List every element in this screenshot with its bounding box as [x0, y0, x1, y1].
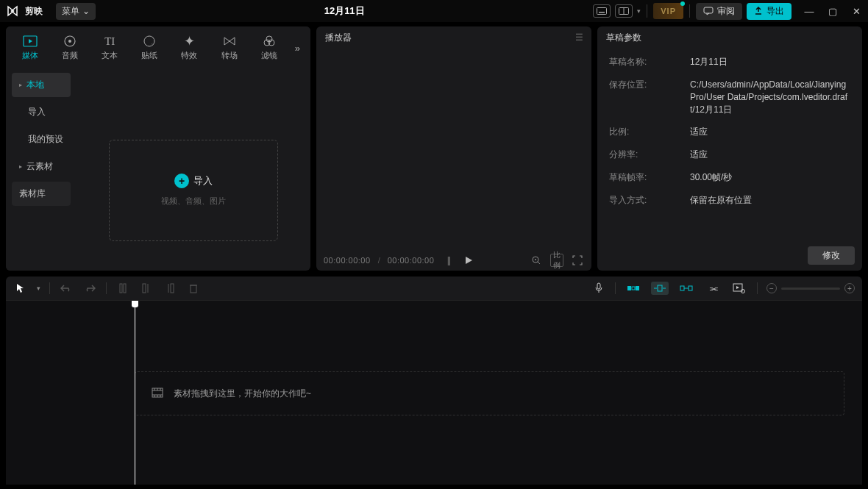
import-drop-area[interactable]: + 导入 视频、音频、图片 [77, 65, 310, 271]
tab-sticker[interactable]: 贴纸 [129, 31, 169, 65]
sidebar-item-label: 本地 [26, 79, 44, 91]
svg-rect-30 [680, 286, 684, 290]
zoom-out-button[interactable]: − [766, 283, 777, 293]
export-icon [754, 7, 763, 15]
export-button[interactable]: 导出 [747, 3, 791, 20]
svg-rect-4 [704, 7, 713, 13]
review-button[interactable]: 审阅 [696, 3, 742, 20]
sidebar-item-label: 素材库 [19, 188, 46, 200]
close-button[interactable]: ✕ [850, 5, 862, 17]
chevron-down-icon[interactable]: ▾ [37, 285, 40, 292]
minimize-button[interactable]: — [803, 5, 815, 17]
aspect-ratio-button[interactable]: 比例 [550, 254, 563, 267]
play-button[interactable] [462, 254, 475, 267]
param-value: 30.00帧/秒 [690, 171, 850, 184]
pointer-tool[interactable] [13, 281, 28, 296]
vip-label: VIP [661, 7, 676, 15]
svg-point-8 [144, 36, 154, 46]
param-label: 草稿帧率: [609, 171, 690, 184]
tab-transition[interactable]: 转场 [210, 31, 249, 65]
divider [106, 282, 107, 294]
cut-right-tool[interactable] [163, 281, 177, 296]
zoom-in-button[interactable]: + [844, 283, 855, 293]
split-tool[interactable] [115, 281, 130, 296]
tab-audio[interactable]: 音频 [50, 31, 90, 65]
player-viewport[interactable] [316, 49, 591, 250]
filter-icon [262, 34, 277, 49]
timeline-body[interactable]: 素材拖拽到这里，开始你的大作吧~ [6, 300, 862, 485]
undo-button[interactable] [59, 281, 74, 296]
chevron-down-icon[interactable]: ▾ [637, 7, 641, 15]
sidebar-item-library[interactable]: 素材库 [12, 182, 71, 206]
cut-left-tool[interactable] [139, 281, 154, 296]
titlebar-right: ▾ VIP 审阅 导出 — ▢ ✕ [593, 3, 862, 20]
link-tool[interactable]: ⫘ [704, 282, 722, 295]
volume-icon[interactable]: ||| [441, 254, 455, 267]
app-name: 剪映 [25, 5, 43, 18]
keyboard-icon[interactable] [593, 4, 611, 18]
timecode-total: 00:00:00:00 [388, 256, 435, 265]
main-menu-button[interactable]: 菜单 ⌄ [56, 3, 96, 20]
chat-icon [703, 7, 714, 15]
magnet-tool-3[interactable] [677, 282, 695, 295]
empty-track-dropzone[interactable]: 素材拖拽到这里，开始你的大作吧~ [135, 371, 844, 415]
tab-label: 滤镜 [261, 50, 277, 61]
tab-effect[interactable]: ✦ 特效 [169, 31, 209, 65]
fullscreen-icon[interactable] [571, 254, 584, 267]
app-logo-icon [6, 4, 19, 18]
magnet-tool-2[interactable] [651, 282, 669, 295]
tab-label: 媒体 [22, 50, 38, 61]
import-dropzone[interactable]: + 导入 视频、音频、图片 [109, 140, 278, 241]
maximize-button[interactable]: ▢ [827, 5, 839, 17]
param-value: 保留在原有位置 [690, 194, 850, 207]
transition-icon [222, 34, 237, 49]
sidebar-item-label: 云素材 [26, 160, 53, 173]
text-icon: TI [102, 34, 117, 49]
divider [647, 4, 647, 18]
playhead[interactable] [135, 301, 135, 485]
svg-rect-21 [191, 285, 196, 293]
modify-button[interactable]: 修改 [808, 246, 855, 265]
tab-media[interactable]: 媒体 [10, 31, 50, 65]
tab-label: 转场 [221, 50, 238, 61]
tab-label: 特效 [181, 50, 197, 61]
param-row-name: 草稿名称: 12月11日 [609, 56, 850, 68]
sidebar-item-import[interactable]: 导入 [12, 100, 71, 124]
player-panel: 播放器 ☰ 00:00:00:00 / 00:00:00:00 ||| 比例 [316, 26, 591, 271]
redo-button[interactable] [82, 281, 97, 296]
timeline-gutter [6, 301, 135, 485]
svg-rect-31 [689, 286, 692, 290]
sidebar-item-local[interactable]: 本地 [12, 73, 71, 97]
timeline-tracks[interactable]: 素材拖拽到这里，开始你的大作吧~ [135, 301, 862, 485]
magnet-tool-1[interactable] [625, 282, 642, 295]
preview-tool[interactable] [730, 282, 748, 295]
sidebar-item-cloud[interactable]: 云素材 [12, 154, 71, 179]
sidebar-item-label: 导入 [28, 106, 46, 118]
import-button[interactable]: + 导入 [174, 174, 213, 188]
vip-badge[interactable]: VIP [653, 3, 683, 19]
sidebar-item-presets[interactable]: 我的预设 [12, 127, 71, 151]
menu-label: 菜单 [62, 5, 79, 18]
param-row-import-mode: 导入方式: 保留在原有位置 [609, 194, 850, 207]
timeline-panel: ▾ ⫘ − + 素材拖拽到这里，开始你的 [6, 276, 862, 485]
delete-tool[interactable] [186, 281, 201, 296]
tab-filter[interactable]: 滤镜 [249, 31, 289, 65]
layout-icon[interactable] [615, 4, 633, 18]
tool-tabs: 媒体 音频 TI 文本 贴纸 ✦ 特效 转场 [6, 26, 310, 65]
svg-line-13 [538, 262, 540, 264]
svg-rect-17 [143, 284, 146, 293]
param-label: 导入方式: [609, 194, 690, 207]
zoom-slider[interactable] [781, 288, 840, 290]
tab-text[interactable]: TI 文本 [90, 31, 129, 65]
player-menu-icon[interactable]: ☰ [575, 32, 583, 43]
tab-label: 音频 [62, 50, 78, 61]
divider [757, 282, 758, 294]
zoom-reset-icon[interactable] [530, 254, 543, 267]
divider [615, 282, 616, 294]
svg-rect-25 [636, 286, 639, 290]
window-controls: — ▢ ✕ [803, 5, 862, 17]
svg-rect-1 [599, 12, 605, 13]
more-tabs-button[interactable]: » [289, 43, 306, 54]
svg-rect-0 [597, 8, 607, 15]
mic-icon[interactable] [591, 281, 606, 296]
